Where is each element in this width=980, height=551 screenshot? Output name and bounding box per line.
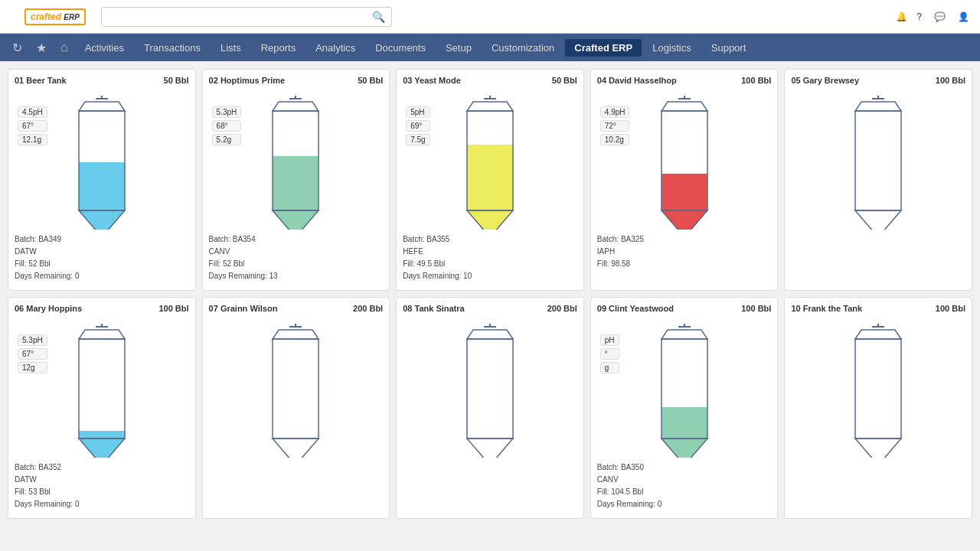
tank-svg-wrapper bbox=[448, 316, 532, 460]
tank-info: Batch: BA349DATWFill: 52 BblDays Remaini… bbox=[15, 233, 189, 282]
svg-marker-45 bbox=[662, 407, 707, 458]
user-icon: 👤 bbox=[958, 11, 969, 22]
tank-metrics: 5pH69°7.5g bbox=[406, 106, 430, 145]
tank-card-07[interactable]: 07 Grainn Wilson 200 Bbl bbox=[202, 297, 390, 519]
tank-batch: Batch: BA350 bbox=[597, 461, 772, 474]
main-content: 01 Beer Tank 50 Bbl 4.5pH67°12.1g Batch:… bbox=[0, 61, 980, 551]
svg-marker-19 bbox=[662, 102, 707, 111]
star-icon[interactable]: ★ bbox=[30, 37, 53, 58]
svg-marker-37 bbox=[273, 439, 318, 458]
tank-days: Days Remaining: 0 bbox=[15, 498, 189, 510]
tank-type: CANV bbox=[597, 474, 772, 486]
tank-days: Days Remaining: 10 bbox=[403, 270, 577, 282]
svg-marker-13 bbox=[467, 102, 513, 111]
tank-capacity: 50 Bbl bbox=[164, 76, 189, 85]
gravity-badge: 5.2g bbox=[212, 134, 242, 145]
chat-icon: 💬 bbox=[934, 11, 946, 22]
tank-fill: Fill: 104.5 Bbl bbox=[597, 486, 772, 498]
top-right-actions: 🔔 ? 💬 👤 bbox=[896, 11, 972, 22]
svg-marker-30 bbox=[79, 330, 125, 339]
nav-crafted-erp[interactable]: Crafted ERP bbox=[565, 39, 642, 57]
svg-rect-52 bbox=[855, 339, 901, 439]
nav-setup[interactable]: Setup bbox=[436, 39, 481, 57]
tank-visual bbox=[791, 91, 965, 229]
top-bar: crafted ERP 🔍 🔔 ? 💬 👤 bbox=[0, 0, 980, 34]
svg-rect-36 bbox=[273, 339, 318, 439]
tank-name: 09 Clint Yeastwood bbox=[597, 304, 674, 313]
back-icon[interactable]: ↻ bbox=[6, 37, 28, 58]
tank-type: DATW bbox=[15, 246, 189, 258]
tank-capacity: 200 Bbl bbox=[547, 304, 577, 313]
tank-card-05[interactable]: 05 Gary Brewsey 100 Bbl bbox=[784, 69, 972, 291]
nav-logistics[interactable]: Logistics bbox=[643, 39, 701, 57]
nav-transactions[interactable]: Transactions bbox=[135, 39, 210, 57]
tank-card-02[interactable]: 02 Hoptimus Prime 50 Bbl 5.3pH68°5.2g Ba… bbox=[202, 69, 390, 291]
tank-card-03[interactable]: 03 Yeast Mode 50 Bbl 5pH69°7.5g Batch: B… bbox=[396, 69, 584, 291]
nav-support[interactable]: Support bbox=[702, 39, 756, 57]
tank-capacity: 100 Bbl bbox=[741, 76, 771, 85]
tank-svg-wrapper bbox=[642, 316, 727, 460]
svg-marker-40 bbox=[467, 330, 513, 339]
tank-name: 02 Hoptimus Prime bbox=[209, 76, 286, 85]
tank-svg-wrapper bbox=[253, 316, 338, 460]
tank-name: 10 Frank the Tank bbox=[791, 304, 862, 313]
tank-svg-wrapper bbox=[448, 88, 532, 232]
tank-visual bbox=[209, 319, 384, 457]
tank-header: 08 Tank Sinatra 200 Bbl bbox=[403, 304, 577, 313]
svg-rect-25 bbox=[855, 111, 901, 210]
gravity-badge: 7.5g bbox=[406, 134, 430, 145]
tank-header: 04 David Hasselhop 100 Bbl bbox=[597, 76, 772, 85]
tank-capacity: 200 Bbl bbox=[353, 304, 383, 313]
tank-batch: Batch: BA349 bbox=[15, 233, 189, 246]
search-bar[interactable]: 🔍 bbox=[101, 7, 392, 27]
tank-name: 05 Gary Brewsey bbox=[791, 76, 859, 85]
tank-header: 03 Yeast Mode 50 Bbl bbox=[403, 76, 577, 85]
tank-fill: Fill: 53 Bbl bbox=[15, 486, 189, 498]
tank-batch: Batch: BA354 bbox=[209, 233, 384, 246]
user-menu[interactable]: 👤 bbox=[958, 11, 972, 22]
help-icon: ? bbox=[916, 11, 922, 22]
tank-name: 03 Yeast Mode bbox=[403, 76, 461, 85]
tank-header: 06 Mary Hoppins 100 Bbl bbox=[15, 304, 189, 313]
tank-svg-wrapper bbox=[60, 88, 144, 232]
tank-card-01[interactable]: 01 Beer Tank 50 Bbl 4.5pH67°12.1g Batch:… bbox=[8, 69, 196, 291]
crafted-logo[interactable]: crafted ERP bbox=[24, 8, 86, 25]
gravity-badge: 12g bbox=[18, 362, 47, 373]
gravity-badge: g bbox=[600, 362, 619, 373]
nav-documents[interactable]: Documents bbox=[366, 39, 435, 57]
tank-days: Days Remaining: 13 bbox=[209, 270, 384, 282]
nav-analytics[interactable]: Analytics bbox=[306, 39, 364, 57]
svg-marker-42 bbox=[467, 439, 513, 458]
tank-card-10[interactable]: 10 Frank the Tank 100 Bbl bbox=[784, 297, 972, 519]
tank-metrics: 4.9pH72°10.2g bbox=[600, 106, 630, 145]
help-button[interactable]: ? bbox=[916, 11, 925, 22]
nav-lists[interactable]: Lists bbox=[211, 39, 250, 57]
tank-card-08[interactable]: 08 Tank Sinatra 200 Bbl bbox=[396, 297, 584, 519]
tank-card-04[interactable]: 04 David Hasselhop 100 Bbl 4.9pH72°10.2g… bbox=[590, 69, 779, 291]
tank-svg-wrapper bbox=[253, 88, 338, 232]
svg-rect-41 bbox=[467, 339, 513, 439]
nav-bar: ↻ ★ ⌂ Activities Transactions Lists Repo… bbox=[0, 34, 980, 61]
tank-type: HEFE bbox=[403, 246, 577, 258]
feedback-button[interactable]: 💬 bbox=[934, 11, 949, 22]
tank-card-06[interactable]: 06 Mary Hoppins 100 Bbl 5.3pH67°12g Batc… bbox=[8, 297, 196, 519]
tank-capacity: 100 Bbl bbox=[936, 76, 965, 85]
nav-activities[interactable]: Activities bbox=[76, 39, 133, 57]
tank-batch: Batch: BA352 bbox=[15, 461, 189, 474]
tank-visual: 5.3pH68°5.2g bbox=[209, 91, 384, 229]
nav-reports[interactable]: Reports bbox=[252, 39, 305, 57]
tank-header: 01 Beer Tank 50 Bbl bbox=[15, 76, 189, 85]
tank-card-09[interactable]: 09 Clint Yeastwood 100 Bbl pH°g Batch: B… bbox=[590, 297, 779, 519]
notifications-button[interactable]: 🔔 bbox=[896, 11, 907, 22]
tank-capacity: 100 Bbl bbox=[936, 304, 965, 313]
svg-marker-35 bbox=[273, 330, 318, 339]
tank-visual bbox=[403, 319, 577, 457]
nav-customization[interactable]: Customization bbox=[482, 39, 564, 57]
temp-badge: 68° bbox=[212, 120, 242, 132]
tank-batch: Batch: BA355 bbox=[403, 233, 577, 246]
svg-marker-26 bbox=[855, 210, 901, 230]
home-icon[interactable]: ⌂ bbox=[54, 37, 74, 57]
tank-type: DATW bbox=[15, 474, 189, 486]
svg-marker-46 bbox=[662, 330, 707, 339]
search-input[interactable] bbox=[108, 11, 372, 22]
